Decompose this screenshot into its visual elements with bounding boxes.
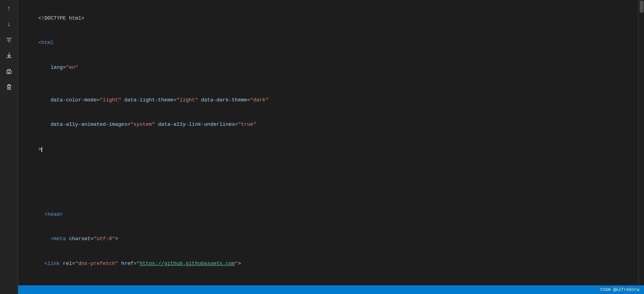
code-line-6: data-a11y-animated-images="system" data-…	[26, 112, 636, 137]
code-line-14: <meta charset="utf-8">	[26, 227, 636, 252]
code-line-5: data-color-mode="light" data-light-theme…	[26, 88, 636, 112]
code-editor: <!DOCTYPE html> <html lang="en" data-col…	[18, 0, 644, 294]
status-bar: CSDN @Alfredorw	[18, 285, 644, 294]
code-line-10	[26, 178, 636, 186]
code-line-4	[26, 80, 636, 88]
trash-icon[interactable]	[4, 82, 15, 93]
code-line-2: <html	[26, 31, 636, 55]
scroll-down-icon[interactable]: ↓	[4, 19, 15, 30]
scroll-up-icon[interactable]: ↑	[4, 3, 15, 14]
code-line-15: <link rel="dns-prefetch" href="https://g…	[26, 252, 636, 276]
svg-rect-1	[7, 40, 11, 40]
svg-rect-2	[8, 41, 10, 42]
code-line-8	[26, 162, 636, 170]
filter-icon[interactable]	[4, 35, 15, 46]
code-line-12	[26, 194, 636, 202]
code-line-7: >	[26, 137, 636, 162]
download-icon[interactable]	[4, 50, 15, 61]
link-dns-prefetch-1[interactable]: https://github.githubassets.com	[140, 261, 235, 266]
code-line-11	[26, 186, 636, 195]
code-line-13: <head>	[26, 202, 636, 227]
svg-rect-0	[6, 38, 12, 39]
code-line-9	[26, 170, 636, 178]
code-line-1: <!DOCTYPE html>	[26, 6, 636, 31]
scrollbar-thumb[interactable]	[640, 1, 644, 13]
print-icon[interactable]	[4, 66, 15, 77]
sidebar: ↑ ↓	[0, 0, 18, 294]
scrollbar[interactable]	[638, 0, 644, 285]
status-text: CSDN @Alfredorw	[600, 287, 639, 292]
code-line-3: lang="en"	[26, 55, 636, 80]
